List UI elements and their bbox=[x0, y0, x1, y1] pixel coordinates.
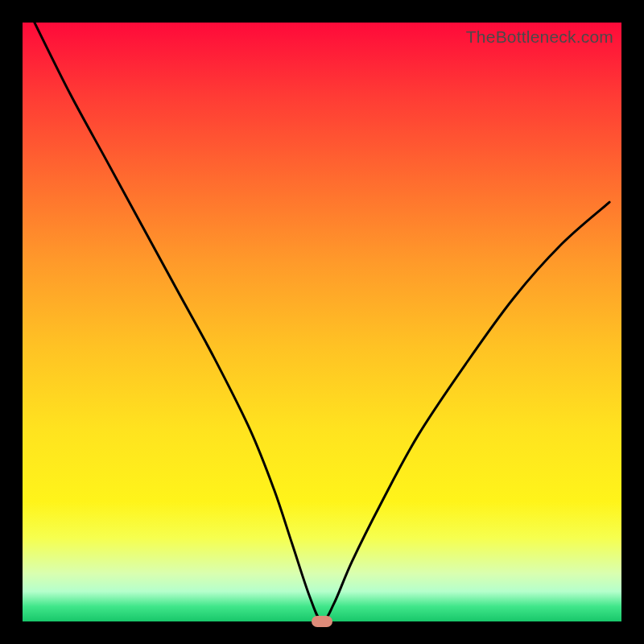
minimum-marker bbox=[312, 616, 332, 627]
chart-frame: TheBottleneck.com bbox=[0, 0, 644, 644]
bottleneck-curve bbox=[23, 23, 621, 621]
plot-area: TheBottleneck.com bbox=[23, 23, 621, 621]
